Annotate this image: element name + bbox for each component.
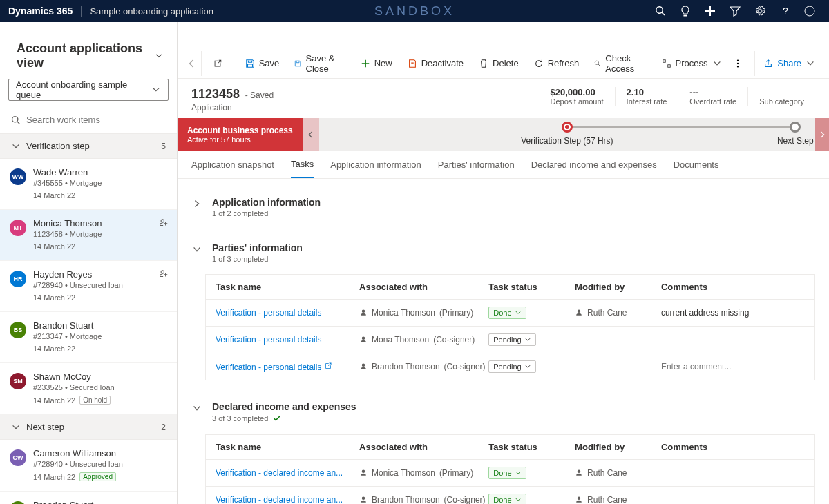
group-header-next[interactable]: Next step 2 xyxy=(0,415,177,440)
form-tabs: Application snapshotTasksApplication inf… xyxy=(178,151,829,179)
record-entity-label: Application xyxy=(191,103,274,113)
task-link[interactable]: Verification - declared income an... xyxy=(216,468,343,478)
group-header-verification[interactable]: Verification step 5 xyxy=(0,134,177,159)
work-item[interactable]: HR Hayden Reyes #728940 • Unsecured loan… xyxy=(0,261,177,312)
search-icon xyxy=(11,115,21,125)
check-access-button[interactable]: Check Access xyxy=(587,51,653,76)
tab-application-information[interactable]: Application information xyxy=(330,151,421,178)
person-icon xyxy=(575,469,583,477)
comment-input[interactable] xyxy=(661,362,805,371)
header-field[interactable]: --- Overdraft rate xyxy=(678,87,747,106)
task-link[interactable]: Verification - declared income an... xyxy=(216,495,343,504)
work-item[interactable]: SM Shawn McCoy #233525 • Secured loan 14… xyxy=(0,363,177,415)
command-bar: Save Save & Close New Deactivate Delete … xyxy=(178,48,829,79)
view-title[interactable]: Account applications view xyxy=(0,22,177,79)
task-link[interactable]: Verification - personal details xyxy=(216,308,321,318)
chevron-down-icon xyxy=(524,363,531,370)
bpf-title: Account business process xyxy=(187,126,293,135)
chevron-down-icon xyxy=(515,496,522,503)
work-item[interactable]: HR Brandon Stuart #213347 • Mortgage 14 … xyxy=(0,492,177,504)
lightbulb-icon[interactable] xyxy=(674,0,696,22)
assign-button[interactable] xyxy=(159,269,169,281)
bpf-next-button[interactable] xyxy=(815,118,829,151)
person-icon xyxy=(359,362,368,371)
status-selector[interactable]: Pending xyxy=(488,333,535,346)
avatar: HR xyxy=(10,271,26,287)
popout-icon xyxy=(324,362,332,370)
chevron-down-icon xyxy=(151,85,161,95)
avatar: HR xyxy=(10,501,26,504)
tab-tasks[interactable]: Tasks xyxy=(291,151,314,178)
work-items-list: WW Wade Warren #345555 • Mortgage 14 Mar… xyxy=(0,159,177,504)
search-input[interactable] xyxy=(26,115,166,125)
associated-with: Mona Thomson (Co-signer) xyxy=(359,335,488,345)
tab-declared-income-and-expenses[interactable]: Declared income and expenses xyxy=(531,151,657,178)
work-item-meta: #728940 • Unsecured loan xyxy=(33,281,167,289)
process-button[interactable]: Process xyxy=(655,51,729,76)
chevron-left-icon xyxy=(306,130,316,139)
deactivate-icon xyxy=(408,59,417,68)
search-work-items[interactable] xyxy=(0,106,177,134)
section-toggle[interactable] xyxy=(191,198,202,209)
section-toggle[interactable] xyxy=(191,403,202,414)
bpf-collapse-button[interactable] xyxy=(303,118,319,151)
status-selector[interactable]: Done xyxy=(488,494,526,504)
task-link[interactable]: Verification - personal details xyxy=(216,335,321,345)
search-icon[interactable] xyxy=(649,0,671,22)
tab-application-snapshot[interactable]: Application snapshot xyxy=(191,151,274,178)
status-selector[interactable]: Done xyxy=(488,467,526,479)
delete-icon xyxy=(479,59,488,68)
deactivate-button[interactable]: Deactivate xyxy=(401,51,470,76)
status-selector[interactable]: Done xyxy=(488,307,526,319)
header-field[interactable]: 2.10 Interest rate xyxy=(615,87,678,106)
open-new-window-button[interactable] xyxy=(206,51,229,76)
filter-icon[interactable] xyxy=(724,0,746,22)
delete-button[interactable]: Delete xyxy=(472,51,526,76)
section-toggle[interactable] xyxy=(191,244,202,255)
chevron-down-icon xyxy=(192,244,202,254)
add-icon[interactable] xyxy=(699,0,721,22)
settings-icon[interactable] xyxy=(749,0,771,22)
section-progress: 3 of 3 completed xyxy=(212,414,356,423)
more-commands-button[interactable] xyxy=(730,59,747,68)
work-item[interactable]: MT Monica Thomson 1123458 • Mortgage 14 … xyxy=(0,210,177,261)
tab-documents[interactable]: Documents xyxy=(674,151,719,178)
record-header: 1123458 - Saved Application $20,000.00 D… xyxy=(178,79,829,118)
status-selector[interactable]: Pending xyxy=(488,360,535,373)
account-icon[interactable] xyxy=(799,0,821,22)
chevron-right-icon xyxy=(817,130,827,139)
work-item[interactable]: WW Wade Warren #345555 • Mortgage 14 Mar… xyxy=(0,159,177,210)
task-link[interactable]: Verification - personal details xyxy=(216,362,321,372)
assign-button[interactable] xyxy=(159,218,169,230)
work-item-name: Hayden Reyes xyxy=(33,269,167,280)
chevron-down-icon xyxy=(524,336,531,343)
bpf-current-node[interactable] xyxy=(562,122,573,133)
group-count: 2 xyxy=(161,423,166,432)
assign-icon xyxy=(159,269,169,279)
queue-selector[interactable]: Account onboarding sample queue xyxy=(8,79,169,101)
save-close-button[interactable]: Save & Close xyxy=(287,51,352,76)
back-button[interactable] xyxy=(183,51,202,76)
task-row: Verification - personal details Monica T… xyxy=(206,300,814,327)
divider xyxy=(81,6,82,17)
tab-parties-information[interactable]: Parties' information xyxy=(438,151,515,178)
new-button[interactable]: New xyxy=(354,51,399,76)
bpf-current-step-label: Verification Step (57 Hrs) xyxy=(521,136,613,146)
help-icon[interactable]: ? xyxy=(774,0,796,22)
header-field[interactable]: Sub category xyxy=(747,87,815,106)
avatar: WW xyxy=(10,168,26,185)
save-button[interactable]: Save xyxy=(238,51,287,76)
work-item[interactable]: BS Brandon Stuart #213347 • Mortgage 14 … xyxy=(0,312,177,363)
refresh-button[interactable]: Refresh xyxy=(527,51,587,76)
person-icon xyxy=(359,496,368,504)
section-progress: 1 of 3 completed xyxy=(212,255,303,263)
chevron-down-icon xyxy=(11,423,21,432)
bpf-next-node[interactable] xyxy=(790,122,801,133)
header-field[interactable]: $20,000.00 Deposit amount xyxy=(540,87,615,106)
task-row: Verification - personal details Mona Tho… xyxy=(206,327,814,353)
work-items-sidebar: Account applications view Account onboar… xyxy=(0,22,178,504)
business-process-flow: Account business process Active for 57 h… xyxy=(178,118,829,151)
work-item[interactable]: CW Cameron Williamson #728940 • Unsecure… xyxy=(0,440,177,492)
status-badge: On hold xyxy=(79,396,111,405)
share-button[interactable]: Share xyxy=(754,51,823,76)
